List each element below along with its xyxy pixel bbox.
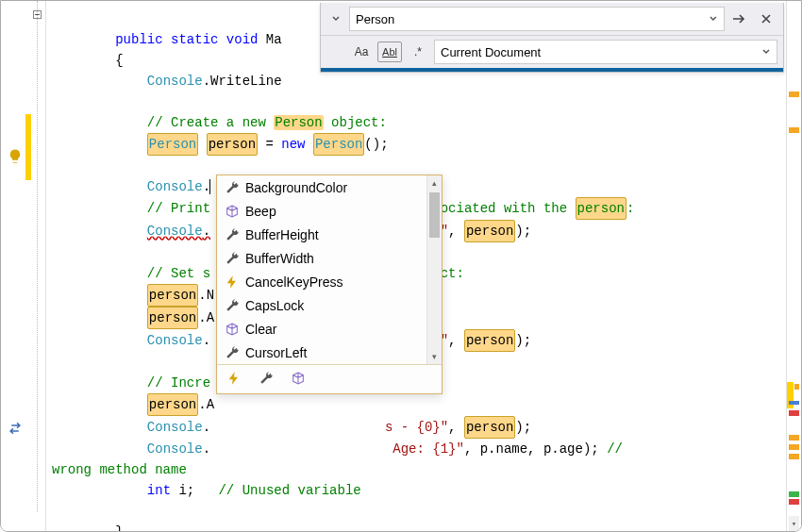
cube-icon[interactable] bbox=[291, 371, 308, 388]
keyword: void bbox=[218, 32, 258, 47]
intellisense-filter-bar bbox=[217, 364, 442, 393]
highlighted-text: person bbox=[464, 329, 515, 352]
intellisense-item-label: CancelKeyPress bbox=[245, 274, 343, 290]
lightbulb-icon[interactable] bbox=[7, 148, 24, 165]
highlighted-text: person bbox=[147, 393, 198, 416]
string: s - {0}" bbox=[385, 420, 448, 435]
swap-icon[interactable] bbox=[7, 420, 24, 437]
intellisense-item-label: CapsLock bbox=[245, 298, 304, 313]
intellisense-item-label: BufferHeight bbox=[245, 227, 319, 242]
match-marker[interactable] bbox=[789, 454, 799, 459]
bolt-icon bbox=[225, 274, 240, 290]
text-cursor bbox=[209, 179, 210, 194]
editor-gutter bbox=[1, 1, 46, 531]
intellisense-list[interactable]: BackgroundColorBeepBufferHeightBufferWid… bbox=[217, 175, 442, 364]
intellisense-item-label: BufferWidth bbox=[245, 251, 314, 266]
scope-label: Current Document bbox=[441, 45, 541, 59]
type-name: Console bbox=[147, 333, 203, 348]
ok-marker bbox=[789, 491, 799, 497]
type-name: Console bbox=[147, 420, 203, 435]
scrollbar-thumb[interactable] bbox=[429, 192, 440, 238]
wrench-icon bbox=[225, 251, 240, 266]
change-marker bbox=[25, 114, 31, 180]
keyword: static bbox=[163, 32, 219, 47]
error-marker[interactable] bbox=[789, 410, 799, 416]
comment: // Print bbox=[147, 201, 210, 216]
intellisense-item-label: CursorLeft bbox=[245, 345, 307, 360]
scroll-down-icon[interactable]: ▾ bbox=[789, 516, 799, 531]
highlighted-text: person bbox=[464, 416, 515, 439]
scope-dropdown[interactable]: Current Document bbox=[434, 40, 777, 64]
find-input[interactable] bbox=[349, 7, 725, 31]
scroll-down-icon[interactable]: ▾ bbox=[427, 349, 442, 364]
member-access: .WriteLine bbox=[203, 74, 282, 89]
highlighted-text: person bbox=[147, 307, 198, 329]
comment: object: bbox=[324, 115, 387, 130]
find-next-button[interactable] bbox=[728, 8, 751, 30]
keyword: int bbox=[147, 483, 171, 498]
intellisense-item-label: BackgroundColor bbox=[245, 180, 347, 195]
intellisense-item-label: Clear bbox=[245, 322, 276, 337]
brace: } bbox=[115, 524, 123, 532]
intellisense-item-label: Beep bbox=[245, 204, 276, 219]
comment: // Create a new bbox=[147, 115, 274, 130]
chevron-down-icon[interactable] bbox=[709, 14, 718, 24]
bolt-icon[interactable] bbox=[226, 371, 243, 388]
match-case-toggle[interactable]: Aa bbox=[349, 42, 374, 62]
intellisense-item[interactable]: CapsLock bbox=[217, 293, 442, 317]
highlighted-text: Person bbox=[147, 133, 198, 156]
intellisense-item[interactable]: Beep bbox=[217, 199, 442, 223]
find-replace-panel: Aa Abl .* Current Document bbox=[320, 3, 784, 73]
chevron-down-icon bbox=[761, 47, 771, 57]
match-marker[interactable] bbox=[789, 435, 799, 441]
intellisense-item[interactable]: BackgroundColor bbox=[217, 175, 442, 199]
identifier: Ma bbox=[258, 32, 281, 47]
match-marker[interactable] bbox=[789, 91, 799, 97]
keyword: public bbox=[115, 32, 162, 47]
match-word-toggle[interactable]: Abl bbox=[377, 42, 402, 62]
wrench-icon bbox=[225, 345, 240, 360]
fold-guide bbox=[37, 1, 38, 512]
match-marker[interactable] bbox=[789, 127, 799, 133]
intellisense-item[interactable]: CursorLeft bbox=[217, 341, 442, 364]
close-button[interactable] bbox=[755, 8, 777, 30]
type-name: Console bbox=[147, 224, 203, 239]
highlighted-text: Person bbox=[313, 133, 364, 156]
intellisense-item[interactable]: Clear bbox=[217, 317, 442, 341]
wrench-icon bbox=[225, 227, 240, 242]
cube-icon bbox=[225, 322, 240, 337]
highlighted-text: Person bbox=[274, 115, 323, 130]
comment: wrong method name bbox=[52, 462, 187, 477]
comment: // Incre bbox=[147, 375, 210, 391]
highlighted-text: person bbox=[464, 220, 515, 242]
match-marker[interactable] bbox=[794, 384, 799, 390]
scroll-up-icon[interactable]: ▴ bbox=[427, 175, 442, 191]
comment: // Unused variable bbox=[218, 483, 360, 498]
overview-ruler[interactable]: ▾ bbox=[786, 1, 801, 531]
regex-toggle[interactable]: .* bbox=[406, 42, 430, 62]
accent-bar bbox=[321, 68, 783, 72]
type-name: Console bbox=[147, 74, 203, 89]
highlighted-text: person bbox=[576, 197, 627, 220]
find-text-field[interactable] bbox=[356, 12, 709, 26]
intellisense-popup: BackgroundColorBeepBufferHeightBufferWid… bbox=[216, 175, 443, 394]
intellisense-scrollbar[interactable]: ▴ ▾ bbox=[426, 175, 442, 364]
intellisense-item[interactable]: CancelKeyPress bbox=[217, 270, 442, 293]
error-marker[interactable] bbox=[789, 499, 799, 505]
wrench-icon bbox=[225, 298, 240, 313]
cube-icon bbox=[225, 204, 240, 219]
expand-replace-toggle[interactable] bbox=[326, 8, 345, 30]
wrench-icon[interactable] bbox=[259, 371, 276, 388]
intellisense-item[interactable]: BufferWidth bbox=[217, 246, 442, 270]
type-name: Console bbox=[147, 441, 203, 457]
keyword: new bbox=[281, 137, 305, 152]
type-name: Console bbox=[147, 179, 203, 194]
brace: { bbox=[115, 53, 123, 68]
comment: // Set s bbox=[147, 266, 210, 281]
highlighted-text: person bbox=[147, 284, 198, 307]
wrench-icon bbox=[225, 180, 240, 195]
highlighted-text: person bbox=[207, 133, 258, 156]
match-marker[interactable] bbox=[789, 444, 799, 450]
caret-marker bbox=[789, 401, 799, 405]
intellisense-item[interactable]: BufferHeight bbox=[217, 223, 442, 246]
